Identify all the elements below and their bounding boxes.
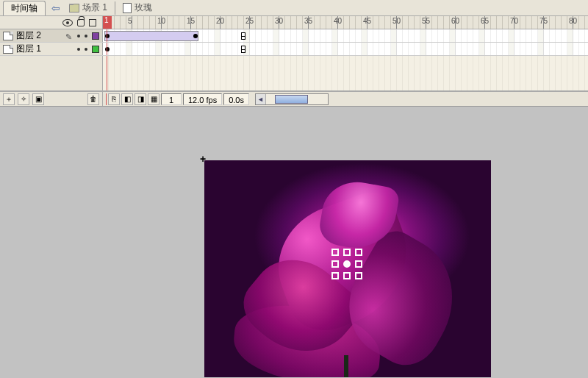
lock-icon[interactable] — [77, 19, 85, 26]
frame-ruler[interactable]: 15101520253035404550556065707580 1 — [103, 16, 588, 29]
breadcrumb-divider — [115, 1, 115, 15]
end-frame[interactable] — [241, 46, 245, 53]
scrollbar-thumb[interactable] — [275, 95, 308, 104]
add-folder-button[interactable]: ▣ — [32, 93, 44, 105]
symbol-label[interactable]: 玫瑰 — [135, 1, 152, 14]
playhead-indicator-icon — [106, 93, 107, 105]
timeline-panel: 15101520253035404550556065707580 1 图层 2图… — [0, 16, 588, 107]
scene-label[interactable]: 场景 1 — [82, 1, 107, 14]
tween-span[interactable] — [104, 31, 198, 41]
keyframe[interactable] — [193, 34, 198, 38]
lock-dot[interactable] — [85, 35, 87, 38]
add-layer-button[interactable]: ＋ — [3, 93, 15, 105]
playhead-line — [107, 43, 107, 55]
edit-multiple-frames-button[interactable]: ▦ — [148, 93, 159, 105]
handle-top-mid[interactable] — [343, 249, 351, 256]
timeline-scrollbar[interactable]: ◄ — [255, 93, 329, 105]
transform-handles[interactable] — [331, 249, 364, 281]
layer-type-icon — [3, 45, 13, 54]
symbol-icon — [123, 3, 132, 13]
handle-bot-left[interactable] — [331, 272, 339, 279]
track-empty — [103, 56, 588, 90]
back-button[interactable]: ⇦ — [51, 2, 60, 14]
current-frame-readout: 1 — [161, 93, 182, 105]
layer-track[interactable] — [103, 43, 588, 55]
layer-track[interactable] — [103, 29, 588, 42]
visibility-dot[interactable] — [77, 35, 80, 38]
add-guide-layer-button[interactable]: ✧ — [18, 93, 29, 105]
layer-column-header — [0, 16, 103, 29]
layer-cell[interactable]: 图层 2 — [0, 29, 103, 42]
playhead-line — [107, 56, 107, 90]
visibility-dot[interactable] — [77, 48, 80, 51]
scene-icon — [69, 4, 79, 13]
playhead[interactable]: 1 — [103, 16, 112, 29]
handle-top-right[interactable] — [355, 249, 362, 256]
handle-mid-right[interactable] — [355, 260, 362, 268]
scroll-left-icon[interactable]: ◄ — [256, 94, 266, 104]
top-toolbar: 时间轴 ⇦ 场景 1 玫瑰 — [0, 0, 588, 16]
outline-icon[interactable] — [89, 19, 96, 26]
handle-center[interactable] — [343, 260, 351, 268]
outline-swatch[interactable] — [92, 46, 99, 53]
end-frame[interactable] — [241, 32, 245, 40]
fps-readout: 12.0 fps — [183, 93, 222, 105]
layer-cell-empty — [0, 56, 103, 90]
playhead-line — [107, 29, 107, 42]
layer-row[interactable]: 图层 2 — [0, 29, 588, 43]
tab-timeline-label: 时间轴 — [11, 2, 37, 15]
layer-cell[interactable]: 图层 1 — [0, 43, 103, 55]
layer-name[interactable]: 图层 1 — [16, 43, 74, 55]
onion-skin-outline-button[interactable]: ◨ — [135, 93, 146, 105]
lock-dot[interactable] — [85, 48, 87, 51]
playback-readouts: ⎘ ◧ ◨ ▦ 1 12.0 fps 0.0s ◄ — [103, 92, 588, 106]
onion-skin-button[interactable]: ◧ — [121, 93, 133, 105]
handle-top-left[interactable] — [331, 249, 339, 256]
keyframe[interactable] — [105, 47, 110, 51]
layers-empty-area — [0, 56, 588, 91]
handle-bot-mid[interactable] — [343, 272, 351, 279]
delete-layer-button[interactable]: 🗑 — [87, 93, 99, 105]
center-frame-button[interactable]: ⎘ — [108, 93, 120, 105]
breadcrumb: 场景 1 玫瑰 — [69, 1, 152, 15]
tab-timeline[interactable]: 时间轴 — [3, 1, 46, 15]
layer-tools: ＋ ✧ ▣ 🗑 — [0, 92, 103, 106]
timeline-footer: ＋ ✧ ▣ 🗑 ⎘ ◧ ◨ ▦ 1 12.0 fps 0.0s ◄ — [0, 91, 588, 106]
timeline-header: 15101520253035404550556065707580 1 — [0, 16, 588, 29]
visibility-icon[interactable] — [62, 19, 73, 26]
handle-mid-left[interactable] — [331, 260, 339, 268]
layer-row[interactable]: 图层 1 — [0, 43, 588, 56]
keyframe[interactable] — [105, 34, 110, 38]
stage[interactable]: + — [0, 122, 588, 378]
handle-bot-right[interactable] — [355, 272, 362, 279]
layer-type-icon — [3, 32, 13, 40]
elapsed-readout: 0.0s — [223, 93, 249, 105]
layer-name[interactable]: 图层 2 — [16, 29, 62, 42]
pencil-icon — [65, 32, 74, 40]
selected-symbol-instance[interactable]: + — [204, 160, 491, 377]
outline-swatch[interactable] — [92, 32, 99, 40]
